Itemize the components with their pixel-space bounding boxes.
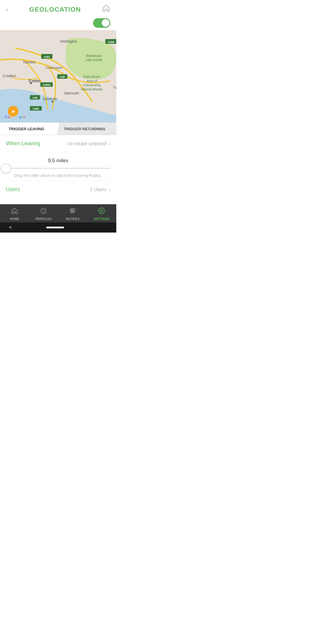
nav-recipes[interactable]: RECIPES [58, 207, 87, 221]
svg-text:e: e [23, 115, 25, 119]
nav-profiles[interactable]: PROFILES [29, 207, 58, 221]
svg-rect-40 [70, 211, 75, 212]
users-count-text: 1 Users [90, 187, 106, 192]
svg-text:G: G [5, 115, 7, 119]
no-recipe-text: no recipe selected [68, 141, 106, 146]
slider-thumb[interactable] [1, 163, 11, 174]
leaving-radius-slider[interactable] [6, 168, 110, 169]
svg-text:Exeter: Exeter [29, 78, 41, 83]
page-title: GEOLOCATION [29, 6, 81, 13]
system-bar: < [0, 222, 116, 233]
svg-text:l: l [21, 115, 22, 119]
content-area: When Leaving no recipe selected › 0.5 mi… [0, 135, 116, 204]
when-leaving-label: When Leaving [6, 140, 40, 147]
svg-text:A38: A38 [32, 96, 38, 99]
svg-text:A30: A30 [60, 75, 65, 78]
nav-recipes-label: RECIPES [66, 217, 80, 221]
when-leaving-chevron: › [109, 141, 110, 146]
svg-text:g: g [19, 115, 21, 119]
tab-returning-label: TRIGGER RETURNING [64, 127, 106, 131]
back-button[interactable]: ‹ [6, 6, 8, 13]
svg-text:o: o [10, 115, 12, 119]
tab-bar: TRIGGER LEAVING TRIGGER RETURNING [0, 123, 116, 135]
svg-rect-39 [70, 210, 74, 210]
svg-point-27 [52, 101, 53, 103]
users-value: 1 Users › [90, 187, 110, 192]
map-view[interactable]: A361 A358 A30 A3052 A38 A380 Wellington … [0, 30, 116, 123]
system-pill [46, 227, 64, 228]
svg-text:Cullompton: Cullompton [46, 66, 63, 69]
nav-settings-label: SETTINGS [94, 217, 110, 221]
nav-home-label: HOME [10, 217, 19, 221]
gear-nav-icon [98, 207, 105, 216]
svg-text:➤: ➤ [11, 109, 15, 114]
svg-text:Sidmouth: Sidmouth [64, 91, 79, 95]
svg-text:Crediton: Crediton [3, 74, 16, 78]
slider-hint-text: Drag the slider above to adjust the Leav… [6, 173, 110, 178]
list-nav-icon [69, 207, 76, 216]
bottom-nav: HOME PROFILES RECIPES SETTINGS [0, 204, 116, 222]
svg-text:Exmouth: Exmouth [43, 97, 57, 101]
svg-text:A358: A358 [108, 41, 114, 44]
nav-home[interactable]: HOME [0, 207, 29, 221]
svg-text:Blackdown: Blackdown [86, 54, 102, 58]
slider-distance-label: 0.5 miles [6, 158, 110, 164]
when-leaving-row[interactable]: When Leaving no recipe selected › [6, 135, 110, 152]
tab-trigger-returning[interactable]: TRIGGER RETURNING [53, 123, 116, 135]
toggle-row [0, 18, 116, 30]
svg-text:Outstanding: Outstanding [83, 83, 100, 87]
svg-rect-41 [70, 212, 74, 213]
svg-rect-38 [70, 209, 75, 209]
svg-text:o: o [8, 115, 10, 119]
svg-text:A380: A380 [32, 107, 39, 110]
users-row[interactable]: Users 1 Users › [6, 181, 110, 198]
header: ‹ GEOLOCATION [0, 0, 116, 18]
users-chevron: › [109, 187, 110, 192]
tab-trigger-leaving[interactable]: TRIGGER LEAVING [0, 123, 53, 135]
svg-text:A361: A361 [44, 55, 50, 58]
svg-text:A3052: A3052 [43, 83, 51, 86]
svg-text:East Devon: East Devon [83, 75, 100, 78]
home-icon[interactable] [102, 4, 110, 15]
svg-text:Tiverton: Tiverton [23, 60, 36, 64]
when-leaving-value: no recipe selected › [68, 141, 110, 146]
svg-text:Wellington: Wellington [60, 39, 77, 44]
svg-point-18 [30, 82, 32, 84]
home-nav-icon [11, 207, 18, 216]
clock-nav-icon [40, 207, 47, 216]
slider-section: 0.5 miles Drag the slider above to adjus… [6, 152, 110, 181]
svg-text:Area of: Area of [86, 79, 97, 83]
svg-text:Hills AONB: Hills AONB [86, 58, 102, 62]
tab-leaving-label: TRIGGER LEAVING [9, 127, 44, 131]
nav-settings[interactable]: SETTINGS [87, 207, 117, 221]
users-label: Users [6, 186, 20, 193]
svg-text:Lyme R: Lyme R [113, 85, 116, 89]
nav-profiles-label: PROFILES [35, 217, 52, 221]
system-back-button[interactable]: < [9, 225, 12, 230]
svg-text:Natural Beauty: Natural Beauty [81, 87, 103, 91]
geolocation-toggle[interactable] [93, 18, 110, 28]
